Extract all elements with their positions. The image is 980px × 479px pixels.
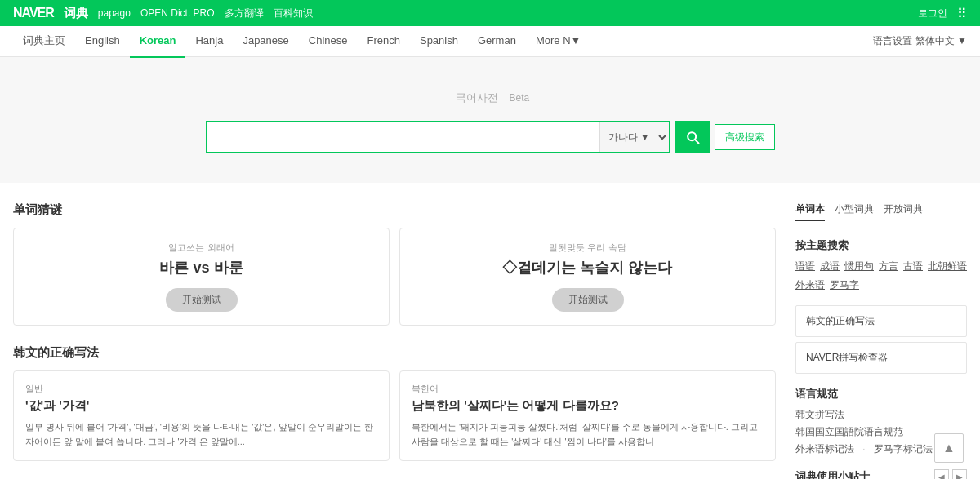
rule-buttons: 韩文的正确写法 NAVER拼写检查器: [795, 305, 967, 374]
search-title-wrap: 국어사전 Beta: [451, 83, 529, 109]
right-topic-title: 按主题搜索: [795, 238, 967, 253]
second-navigation: 词典主页 English Korean Hanja Japanese Chine…: [0, 26, 980, 57]
right-tab-wordbook[interactable]: 单词本: [795, 202, 825, 221]
nav-tabs: 词典主页 English Korean Hanja Japanese Chine…: [13, 25, 590, 58]
spelling-card-1: 일반 '값'과 '가격' 일부 명사 뒤에 붙어 '가격', '대금', '비용…: [13, 370, 390, 461]
lang-rule-link-4[interactable]: 罗马字标记法: [874, 442, 933, 456]
search-button[interactable]: [675, 121, 710, 153]
search-title: 국어사전 Beta: [451, 83, 529, 109]
quiz-start-btn-1[interactable]: 开始测试: [166, 288, 238, 312]
right-topic-search: 按主题搜索 语语 成语 惯用句 方言 古语 北朝鲜语 外来语 罗马字: [795, 238, 967, 292]
advanced-search-button[interactable]: 高级搜索: [715, 124, 775, 150]
right-topic-link-7[interactable]: 外来语: [795, 278, 825, 292]
language-setting[interactable]: 语言设置 繁体中文 ▼: [873, 34, 967, 48]
left-column: 单词猜谜 알고쓰는 외래어 바른 vs 바룬 开始测试 말됫맞듯 우리 속담 ◇…: [13, 202, 776, 479]
spelling-region-2: 북한어: [412, 383, 764, 395]
tab-english[interactable]: English: [75, 25, 130, 58]
tab-german[interactable]: German: [468, 25, 526, 58]
papago-link[interactable]: papago: [98, 7, 131, 19]
quiz-start-btn-2[interactable]: 开始测试: [552, 288, 624, 312]
spelling-body-1: 일부 명사 뒤에 붙어 '가격', '대금', '비용'의 뜻을 나타내는 '값…: [25, 420, 377, 449]
login-button[interactable]: 로그인: [918, 7, 947, 20]
right-topic-links: 语语 成语 惯用句 方言 古语 北朝鲜语 外来语 罗马字: [795, 259, 967, 292]
right-topic-link-8[interactable]: 罗马字: [830, 278, 859, 292]
knowledge-link[interactable]: 百科知识: [274, 7, 313, 20]
lang-rule-link-3[interactable]: 外来语标记法: [795, 442, 854, 456]
opendict-link[interactable]: OPEN Dict. PRO: [140, 7, 215, 19]
translate-link[interactable]: 多方翻译: [225, 7, 264, 20]
right-topic-link-6[interactable]: 北朝鲜语: [928, 259, 967, 273]
spelling-section: 韩文的正确写法 일반 '값'과 '가격' 일부 명사 뒤에 붙어 '가격', '…: [13, 345, 776, 461]
spelling-body-2: 북한에서는 '돼지가 피둥피둥 살쪘다.'처럼 '살찌다'를 주로 동물에게 사…: [412, 420, 764, 449]
tab-spanish[interactable]: Spanish: [410, 25, 468, 58]
quiz-cards: 알고쓰는 외래어 바른 vs 바룬 开始测试 말됫맞듯 우리 속담 ◇겉데기는 …: [13, 228, 776, 326]
naver-logo[interactable]: NAVER: [13, 6, 54, 20]
tip-header: 词典使用小贴士 ◀ ▶: [795, 469, 967, 479]
right-tabs: 单词本 小型词典 开放词典: [795, 202, 967, 228]
tab-korean[interactable]: Korean: [130, 25, 186, 58]
scroll-to-top-button[interactable]: ▲: [934, 433, 964, 463]
tip-section: 词典使用小贴士 ◀ ▶ 곤 ✿: [795, 469, 967, 479]
word-quiz-section: 单词猜谜 알고쓰는 외래어 바른 vs 바룬 开始测试 말됫맞듯 우리 속담 ◇…: [13, 202, 776, 326]
right-topic-link-1[interactable]: 语语: [795, 259, 815, 273]
spelling-card-2: 북한어 남북한의 '살찌다'는 어떻게 다를까요? 북한에서는 '돼지가 피둥피…: [399, 370, 776, 461]
tip-prev-button[interactable]: ◀: [934, 469, 949, 479]
right-tab-open[interactable]: 开放词典: [884, 202, 923, 221]
tab-chinese[interactable]: Chinese: [299, 25, 358, 58]
search-icon: [684, 129, 701, 145]
tip-title: 词典使用小贴士: [795, 469, 870, 479]
tip-next-button[interactable]: ▶: [952, 469, 967, 479]
tab-main[interactable]: 词典主页: [13, 25, 75, 58]
top-nav-right: 로그인 ⠿: [918, 6, 967, 21]
search-input-wrap: 가나다 ▼: [206, 121, 670, 153]
quiz-card-2-subtitle: 말됫맞듯 우리 속담: [549, 242, 626, 254]
tab-french[interactable]: French: [358, 25, 410, 58]
word-quiz-title: 单词猜谜: [13, 202, 776, 218]
grid-icon[interactable]: ⠿: [957, 6, 967, 21]
spelling-title: 韩文的正确写法: [13, 345, 776, 361]
tab-more[interactable]: More N▼: [526, 25, 591, 58]
tip-arrows: ◀ ▶: [934, 469, 967, 479]
spelling-cards: 일반 '값'과 '가격' 일부 명사 뒤에 붙어 '가격', '대금', '비용…: [13, 370, 776, 461]
search-area: 국어사전 Beta 가나다 ▼ 高级搜索: [0, 57, 980, 183]
main-content: 单词猜谜 알고쓰는 외래어 바른 vs 바룬 开始测试 말됫맞듯 우리 속담 ◇…: [0, 183, 980, 479]
quiz-card-2-title: ◇겉데기는 녹슬지 않는다: [502, 258, 672, 277]
right-tab-mini[interactable]: 小型词典: [835, 202, 874, 221]
right-topic-link-4[interactable]: 方言: [879, 259, 898, 273]
spelling-heading-1[interactable]: '값'과 '가격': [25, 398, 377, 414]
quiz-card-1-title: 바른 vs 바룬: [159, 258, 243, 277]
top-navigation: NAVER 词典 papago OPEN Dict. PRO 多方翻译 百科知识…: [0, 0, 980, 26]
quiz-card-1-subtitle: 알고쓰는 외래어: [168, 242, 234, 254]
input-type-select[interactable]: 가나다 ▼: [599, 122, 669, 152]
right-topic-link-2[interactable]: 成语: [820, 259, 840, 273]
top-nav-left: NAVER 词典 papago OPEN Dict. PRO 多方翻译 百科知识: [13, 6, 313, 21]
dict-label[interactable]: 词典: [64, 6, 88, 21]
right-topic-link-5[interactable]: 古语: [903, 259, 923, 273]
quiz-card-2: 말됫맞듯 우리 속담 ◇겉데기는 녹슬지 않는다 开始测试: [399, 228, 776, 326]
rule-btn-spelling[interactable]: 韩文的正确写法: [795, 305, 967, 337]
search-input[interactable]: [207, 122, 599, 152]
tab-japanese[interactable]: Japanese: [233, 25, 298, 58]
spelling-heading-2[interactable]: 남북한의 '살찌다'는 어떻게 다를까요?: [412, 398, 764, 414]
lang-rule-link-1[interactable]: 韩文拼写法: [795, 408, 967, 422]
quiz-card-1: 알고쓰는 외래어 바른 vs 바룬 开始测试: [13, 228, 390, 326]
search-box-wrapper: 가나다 ▼ 高级搜索: [206, 121, 775, 153]
lang-rules-title: 语言规范: [795, 387, 967, 401]
spelling-region-1: 일반: [25, 383, 377, 395]
separator: ·: [862, 442, 866, 456]
tab-hanja[interactable]: Hanja: [185, 25, 233, 58]
rule-btn-checker[interactable]: NAVER拼写检查器: [795, 342, 967, 374]
right-topic-link-3[interactable]: 惯用句: [844, 259, 874, 273]
